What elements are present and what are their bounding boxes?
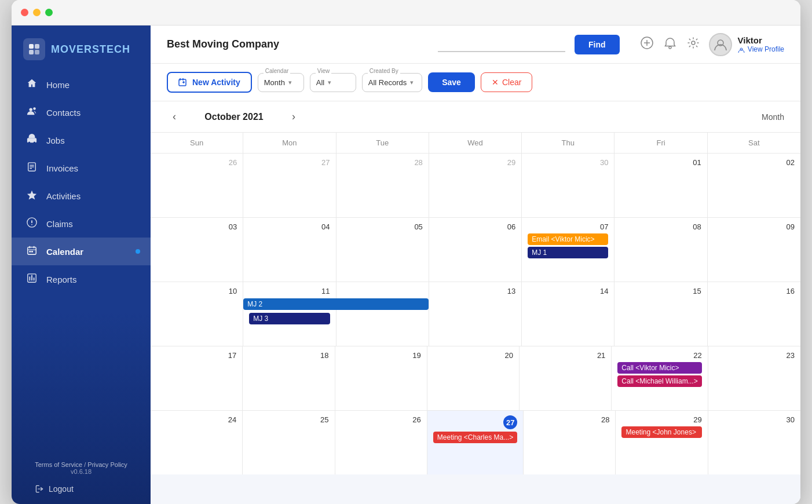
svg-rect-2 [29,50,34,54]
day-oct-10[interactable]: 10 [151,282,243,346]
header: Best Moving Company Find [151,25,800,64]
calendar-icon [25,245,38,258]
day-oct-20[interactable]: 20 [427,346,520,410]
day-oct-22[interactable]: 22 Call <Viktor Micic> Call <Michael Wil… [612,346,708,410]
sidebar-item-invoices-label: Invoices [46,163,78,173]
event-email-viktor[interactable]: Email <Viktor Micic> [528,233,608,245]
privacy-link[interactable]: Privacy Policy [87,461,127,468]
day-oct-25[interactable]: 25 [243,411,335,474]
calendar-dropdown[interactable]: Month ▾ [258,73,304,92]
event-mj2[interactable]: MJ 2 [243,298,429,310]
activities-icon [25,189,38,202]
event-call-viktor[interactable]: Call <Viktor Micic> [617,362,701,374]
created-by-dropdown[interactable]: All Records ▾ [362,73,422,92]
sidebar-item-home[interactable]: Home [12,71,151,98]
current-month: October 2021 [182,112,286,122]
day-sep-28[interactable]: 28 [336,154,429,217]
terms-link[interactable]: Terms of Service [35,461,82,468]
day-oct-06[interactable]: 06 [429,218,522,282]
logo-part2: TECH [100,43,130,55]
new-activity-button[interactable]: New Activity [167,72,252,93]
day-sep-27[interactable]: 27 [243,154,336,217]
day-oct-27[interactable]: 27 Meeting <Charles Ma...> [427,411,524,474]
sidebar-item-claims[interactable]: Claims [12,210,151,238]
day-oct-05[interactable]: 05 [336,218,429,282]
day-oct-12[interactable]: 12 [336,282,429,346]
day-oct-29[interactable]: 29 Meeting <John Jones> [616,411,708,474]
sidebar-item-home-label: Home [46,80,70,90]
day-oct-18[interactable]: 18 [243,346,335,410]
search-input[interactable] [438,37,565,52]
app-window: MOVERSTECH Home Contacts [12,0,800,504]
day-oct-09[interactable]: 09 [708,218,800,282]
sidebar-version: v0.6.18 [23,468,139,475]
sidebar-item-invoices[interactable]: Invoices [12,154,151,182]
event-mj1[interactable]: MJ 1 [528,247,608,258]
created-by-label: Created By [368,68,400,74]
day-oct-23[interactable]: 23 [708,346,800,410]
minimize-dot[interactable] [33,9,41,16]
sidebar-logo: MOVERSTECH [12,25,151,71]
event-call-michael[interactable]: Call <Michael William...> [617,375,701,387]
day-oct-30[interactable]: 30 [708,411,800,474]
notification-icon[interactable] [664,36,676,52]
view-profile-link[interactable]: View Profile [738,45,784,53]
prev-month-button[interactable]: ‹ [167,108,182,125]
claims-icon [25,217,38,230]
day-oct-24[interactable]: 24 [151,411,243,474]
day-oct-16[interactable]: 16 [708,282,800,346]
logout-button[interactable]: Logout [23,480,139,498]
user-name: Viktor [738,35,784,45]
settings-icon[interactable] [687,36,700,52]
day-oct-13[interactable]: 13 [429,282,522,346]
day-sep-26[interactable]: 26 [151,154,243,217]
day-oct-11[interactable]: 11 MJ 2 MJ 3 [243,282,336,346]
day-oct-03[interactable]: 03 [151,218,243,282]
logo-icon [23,38,45,60]
title-bar [12,0,800,25]
sidebar-item-jobs-label: Jobs [46,136,65,145]
maximize-dot[interactable] [45,9,53,16]
page-title: Best Moving Company [167,38,429,50]
header-thu: Thu [522,133,615,153]
contacts-icon [25,106,38,119]
event-mj3[interactable]: MJ 3 [249,313,330,324]
close-dot[interactable] [21,9,28,16]
today-num: 27 [503,415,517,429]
add-icon[interactable] [641,36,653,52]
next-month-button[interactable]: › [286,108,301,125]
clear-button[interactable]: ✕ Clear [481,72,532,92]
day-oct-28[interactable]: 28 [524,411,616,474]
day-oct-04[interactable]: 04 [243,218,336,282]
day-oct-14[interactable]: 14 [522,282,615,346]
event-meeting-john[interactable]: Meeting <John Jones> [621,426,701,438]
svg-rect-1 [35,44,39,49]
day-oct-02[interactable]: 02 [708,154,800,217]
header-sat: Sat [708,133,800,153]
find-button[interactable]: Find [575,35,620,54]
sidebar-item-activities[interactable]: Activities [12,182,151,210]
svg-point-8 [34,142,36,144]
save-button[interactable]: Save [428,72,475,92]
event-meeting-charles[interactable]: Meeting <Charles Ma...> [433,432,517,443]
day-oct-19[interactable]: 19 [335,346,427,410]
day-oct-21[interactable]: 21 [520,346,612,410]
sidebar-item-reports[interactable]: Reports [12,265,151,293]
svg-point-16 [31,224,32,225]
day-oct-15[interactable]: 15 [615,282,707,346]
svg-point-4 [30,108,32,111]
header-sun: Sun [151,133,243,153]
day-oct-17[interactable]: 17 [151,346,243,410]
sidebar-item-jobs[interactable]: Jobs [12,126,151,154]
view-dropdown[interactable]: All ▾ [310,73,356,92]
app-body: MOVERSTECH Home Contacts [12,25,800,504]
day-oct-08[interactable]: 08 [615,218,707,282]
day-sep-30[interactable]: 30 [522,154,615,217]
day-sep-29[interactable]: 29 [429,154,522,217]
svg-rect-21 [30,251,31,253]
day-oct-01[interactable]: 01 [615,154,707,217]
day-oct-07[interactable]: 07 Email <Viktor Micic> MJ 1 [522,218,615,282]
sidebar-item-contacts[interactable]: Contacts [12,98,151,126]
day-oct-26[interactable]: 26 [335,411,427,474]
sidebar-item-calendar[interactable]: Calendar [12,238,151,265]
